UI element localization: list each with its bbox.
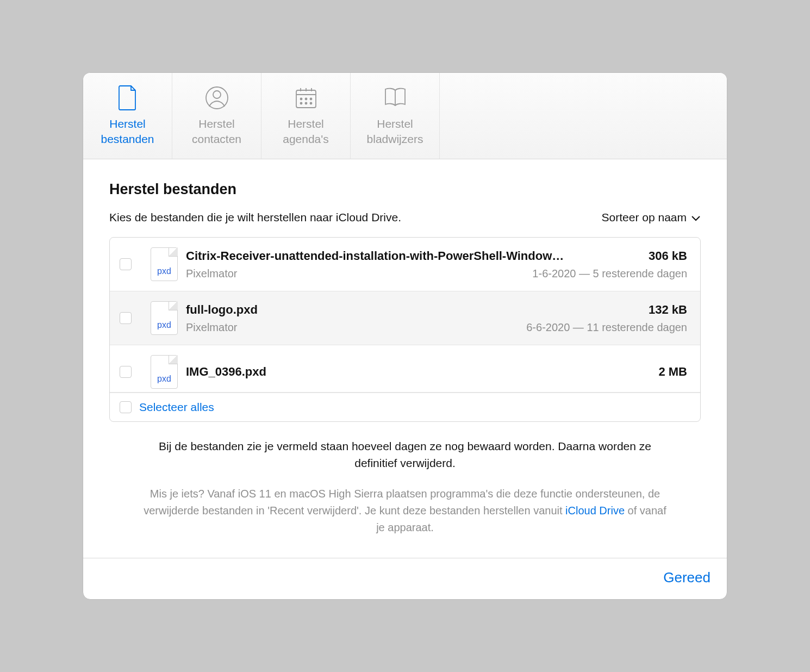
calendar-icon	[294, 85, 318, 111]
info-main-text: Bij de bestanden zie je vermeld staan ho…	[142, 438, 668, 471]
file-checkbox[interactable]	[120, 258, 132, 270]
content-area: Herstel bestanden Kies de bestanden die …	[83, 159, 727, 558]
subtitle-row: Kies de bestanden die je wilt herstellen…	[109, 211, 701, 224]
tab-label: Herstel agenda's	[283, 116, 329, 147]
file-list: pxd Citrix-Receiver-unattended-installat…	[109, 237, 701, 422]
book-icon	[382, 85, 408, 111]
file-app: Pixelmator	[186, 321, 237, 334]
file-size: 132 kB	[649, 303, 687, 317]
file-row[interactable]: pxd Citrix-Receiver-unattended-installat…	[110, 238, 700, 291]
file-meta: 1-6-2020 — 5 resterende dagen	[532, 267, 687, 280]
file-type-icon: pxd	[142, 301, 186, 335]
chevron-down-icon	[691, 211, 701, 224]
page-subtitle: Kies de bestanden die je wilt herstellen…	[109, 211, 401, 224]
svg-point-9	[310, 98, 311, 99]
select-all-row[interactable]: Selecteer alles	[110, 393, 700, 421]
file-checkbox[interactable]	[120, 366, 132, 378]
file-type-icon: pxd	[142, 247, 186, 281]
tab-label: Herstel contacten	[192, 116, 241, 147]
file-size: 2 MB	[658, 365, 687, 379]
svg-point-7	[300, 98, 302, 99]
svg-point-11	[305, 102, 307, 104]
file-name: Citrix-Receiver-unattended-installation-…	[186, 249, 564, 263]
tab-restore-contacts[interactable]: Herstel contacten	[172, 73, 261, 159]
icloud-drive-link[interactable]: iCloud Drive	[565, 505, 625, 517]
tab-restore-calendars[interactable]: Herstel agenda's	[261, 73, 351, 159]
file-meta: 6-6-2020 — 11 resterende dagen	[526, 321, 687, 334]
select-all-label: Selecteer alles	[139, 401, 214, 414]
info-secondary-text: Mis je iets? Vanaf iOS 11 en macOS High …	[142, 486, 668, 536]
select-all-checkbox[interactable]	[120, 401, 132, 413]
file-row[interactable]: pxd full-logo.pxd 132 kB Pixelmator 6-6-…	[110, 291, 700, 345]
sort-label: Sorteer op naam	[602, 211, 687, 224]
file-name: IMG_0396.pxd	[186, 365, 266, 379]
sort-dropdown[interactable]: Sorteer op naam	[602, 211, 701, 224]
tab-label: Herstel bladwijzers	[367, 116, 423, 147]
tab-restore-bookmarks[interactable]: Herstel bladwijzers	[351, 73, 440, 159]
svg-point-10	[300, 102, 302, 104]
file-app: Pixelmator	[186, 267, 237, 280]
svg-point-8	[305, 98, 307, 99]
file-name: full-logo.pxd	[186, 303, 258, 317]
file-icon	[117, 85, 139, 111]
svg-point-12	[310, 102, 311, 104]
tab-label: Herstel bestanden	[101, 116, 154, 147]
restore-dialog: Herstel bestanden Herstel contacten Hers…	[83, 72, 727, 600]
done-button[interactable]: Gereed	[663, 569, 711, 586]
file-type-icon: pxd	[142, 355, 186, 389]
file-row[interactable]: pxd IMG_0396.pxd 2 MB	[110, 345, 700, 393]
file-checkbox[interactable]	[120, 312, 132, 324]
tab-bar: Herstel bestanden Herstel contacten Hers…	[83, 73, 727, 160]
contact-icon	[204, 85, 230, 111]
button-bar: Gereed	[83, 558, 727, 599]
page-title: Herstel bestanden	[109, 181, 701, 198]
info-block: Bij de bestanden zie je vermeld staan ho…	[109, 422, 701, 542]
svg-point-1	[213, 91, 221, 98]
file-size: 306 kB	[649, 249, 687, 263]
tab-restore-files[interactable]: Herstel bestanden	[83, 73, 172, 159]
